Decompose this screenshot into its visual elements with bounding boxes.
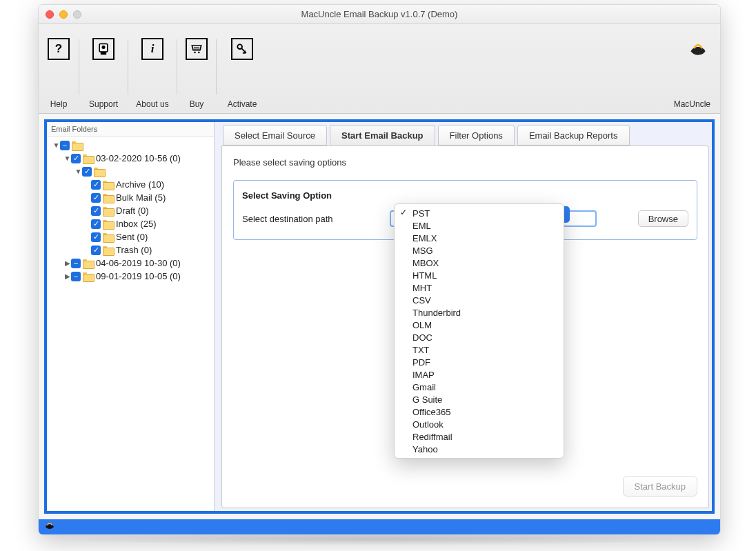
- dropdown-item-mht[interactable]: MHT: [395, 281, 564, 294]
- dropdown-item-imap[interactable]: IMAP: [395, 368, 564, 381]
- dest-path-label: Select destination path: [242, 214, 354, 224]
- folder-icon: [103, 233, 113, 241]
- dropdown-item-pst[interactable]: PST: [395, 207, 564, 219]
- checkbox-check-icon[interactable]: ✓: [82, 167, 92, 177]
- buy-label: Buy: [190, 99, 204, 109]
- buy-icon: [186, 38, 208, 60]
- dropdown-item-yahoo[interactable]: Yahoo: [395, 443, 564, 455]
- tree-label: 03-02-2020 10-56 (0): [96, 153, 181, 163]
- buy-button[interactable]: Buy: [177, 24, 216, 113]
- tree-node-2[interactable]: − 04-06-2019 10-30 (0): [47, 257, 214, 270]
- tree-archive[interactable]: ✓ Archive (10): [47, 178, 214, 191]
- support-label: Support: [89, 99, 118, 109]
- toolbar: ? Help Support i About us Buy Activ: [39, 24, 720, 114]
- tree-root[interactable]: −: [47, 139, 214, 152]
- tree-label: Sent (0): [116, 232, 148, 242]
- dropdown-item-emlx[interactable]: EMLX: [395, 232, 564, 244]
- folder-icon: [103, 181, 113, 189]
- tree-label: Archive (10): [116, 179, 164, 190]
- activate-label: Activate: [228, 99, 257, 109]
- dropdown-item-outlook[interactable]: Outlook: [395, 418, 564, 430]
- tree-node-1[interactable]: ✓ 03-02-2020 10-56 (0): [47, 152, 214, 165]
- checkbox-check-icon[interactable]: ✓: [91, 219, 101, 229]
- folder-icon: [72, 141, 82, 150]
- saving-option-dropdown[interactable]: PSTEMLEMLXMSGMBOXHTMLMHTCSVThunderbirdOL…: [394, 203, 564, 459]
- svg-point-3: [194, 52, 196, 54]
- checkbox-check-icon[interactable]: ✓: [71, 154, 81, 163]
- folder-icon: [83, 272, 93, 281]
- chevron-down-icon[interactable]: [74, 168, 82, 175]
- tree-node-3[interactable]: − 09-01-2019 10-05 (0): [47, 270, 214, 283]
- tree-node-1-sub[interactable]: ✓: [47, 165, 214, 178]
- tree-inbox[interactable]: ✓ Inbox (25): [47, 217, 214, 230]
- chevron-right-icon[interactable]: [63, 272, 71, 280]
- sidebar: Email Folders − ✓ 03-02-2020 10-56 (0): [47, 122, 215, 511]
- dropdown-item-txt[interactable]: TXT: [395, 343, 564, 356]
- activate-icon: [231, 38, 253, 60]
- support-icon: [92, 38, 115, 60]
- tree-label: 09-01-2019 10-05 (0): [96, 271, 181, 281]
- chevron-down-icon[interactable]: [63, 154, 71, 162]
- status-bar: [39, 519, 720, 534]
- about-button[interactable]: i About us: [128, 24, 177, 113]
- checkbox-minus-icon[interactable]: −: [71, 272, 81, 281]
- tree-label: Bulk Mail (5): [116, 192, 166, 203]
- folder-icon: [83, 154, 93, 163]
- activate-button[interactable]: Activate: [217, 24, 268, 113]
- tree-label: Draft (0): [116, 206, 149, 216]
- window-title: MacUncle Email Backup v1.0.7 (Demo): [39, 9, 720, 19]
- checkbox-check-icon[interactable]: ✓: [91, 232, 101, 242]
- checkbox-check-icon[interactable]: ✓: [91, 246, 101, 255]
- tab-reports[interactable]: Email Backup Reports: [517, 125, 630, 146]
- tree-draft[interactable]: ✓ Draft (0): [47, 204, 214, 217]
- checkbox-minus-icon[interactable]: −: [60, 141, 70, 150]
- brand-label: MacUncle: [674, 99, 710, 109]
- tree-trash[interactable]: ✓ Trash (0): [47, 243, 214, 257]
- folder-icon: [103, 207, 113, 215]
- svg-rect-2: [101, 52, 106, 54]
- tab-select-source[interactable]: Select Email Source: [223, 125, 327, 146]
- brand-logo-icon: [688, 39, 708, 63]
- browse-button[interactable]: Browse: [638, 210, 688, 227]
- folder-icon: [83, 259, 93, 268]
- chevron-down-icon[interactable]: [52, 141, 60, 149]
- folder-icon: [103, 194, 113, 202]
- folder-icon: [94, 168, 104, 176]
- checkbox-minus-icon[interactable]: −: [71, 259, 81, 268]
- chevron-right-icon[interactable]: [63, 259, 71, 267]
- checkbox-check-icon[interactable]: ✓: [91, 180, 101, 190]
- svg-point-5: [237, 44, 242, 49]
- dropdown-item-msg[interactable]: MSG: [395, 244, 564, 257]
- svg-point-1: [102, 46, 106, 49]
- dropdown-item-doc[interactable]: DOC: [395, 331, 564, 343]
- support-button[interactable]: Support: [79, 24, 128, 113]
- sidebar-header: Email Folders: [47, 122, 214, 137]
- tree-sent[interactable]: ✓ Sent (0): [47, 230, 214, 243]
- dropdown-item-office365[interactable]: Office365: [395, 405, 564, 418]
- help-label: Help: [50, 99, 68, 109]
- checkbox-check-icon[interactable]: ✓: [91, 193, 101, 203]
- start-backup-button[interactable]: Start Backup: [623, 476, 697, 497]
- folder-icon: [103, 246, 113, 254]
- about-label: About us: [136, 99, 168, 109]
- tab-start-backup[interactable]: Start Email Backup: [330, 125, 435, 146]
- dropdown-item-gmail[interactable]: Gmail: [395, 381, 564, 393]
- tree-bulk[interactable]: ✓ Bulk Mail (5): [47, 191, 214, 204]
- tree-label: 04-06-2019 10-30 (0): [96, 258, 181, 268]
- tab-filter-options[interactable]: Filter Options: [438, 125, 515, 146]
- tree-label: Inbox (25): [116, 219, 157, 229]
- dropdown-item-eml[interactable]: EML: [395, 219, 564, 232]
- folder-icon: [103, 220, 113, 228]
- help-icon: ?: [48, 38, 70, 60]
- dropdown-item-olm[interactable]: OLM: [395, 319, 564, 331]
- dropdown-item-pdf[interactable]: PDF: [395, 356, 564, 368]
- svg-point-4: [198, 52, 200, 54]
- dropdown-item-g-suite[interactable]: G Suite: [395, 393, 564, 405]
- dropdown-item-mbox[interactable]: MBOX: [395, 257, 564, 269]
- checkbox-check-icon[interactable]: ✓: [91, 206, 101, 216]
- dropdown-item-csv[interactable]: CSV: [395, 294, 564, 306]
- dropdown-item-rediffmail[interactable]: Rediffmail: [395, 430, 564, 443]
- dropdown-item-html[interactable]: HTML: [395, 269, 564, 281]
- dropdown-item-thunderbird[interactable]: Thunderbird: [395, 306, 564, 319]
- help-button[interactable]: ? Help: [39, 24, 79, 113]
